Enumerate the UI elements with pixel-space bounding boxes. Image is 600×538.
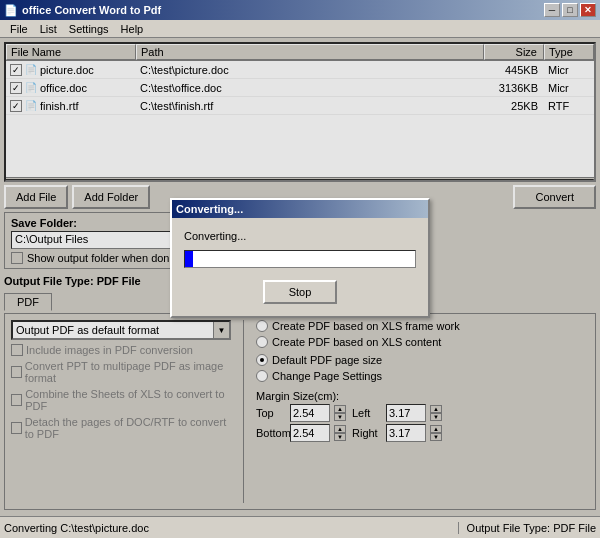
modal-title-bar: Converting... xyxy=(172,200,428,218)
modal-overlay: Converting... Converting... Stop xyxy=(0,38,600,516)
restore-button[interactable]: □ xyxy=(562,3,578,17)
stop-button[interactable]: Stop xyxy=(263,280,338,304)
modal-content: Converting... Stop xyxy=(172,218,428,316)
menu-list[interactable]: List xyxy=(34,22,63,36)
progress-bar-fill xyxy=(185,251,193,267)
window-title: office Convert Word to Pdf xyxy=(22,4,161,16)
app-icon: 📄 xyxy=(4,3,18,17)
status-converting: Converting C:\test\picture.doc xyxy=(4,522,458,534)
menu-bar: File List Settings Help xyxy=(0,20,600,38)
modal-title: Converting... xyxy=(176,203,243,215)
progress-bar xyxy=(184,250,416,268)
close-button[interactable]: ✕ xyxy=(580,3,596,17)
converting-dialog: Converting... Converting... Stop xyxy=(170,198,430,318)
menu-settings[interactable]: Settings xyxy=(63,22,115,36)
minimize-button[interactable]: ─ xyxy=(544,3,560,17)
status-bar: Converting C:\test\picture.doc Output Fi… xyxy=(0,516,600,538)
menu-help[interactable]: Help xyxy=(115,22,150,36)
status-output-type: Output File Type: PDF File xyxy=(458,522,596,534)
modal-converting-label: Converting... xyxy=(184,230,416,242)
title-bar: 📄 office Convert Word to Pdf ─ □ ✕ xyxy=(0,0,600,20)
menu-file[interactable]: File xyxy=(4,22,34,36)
